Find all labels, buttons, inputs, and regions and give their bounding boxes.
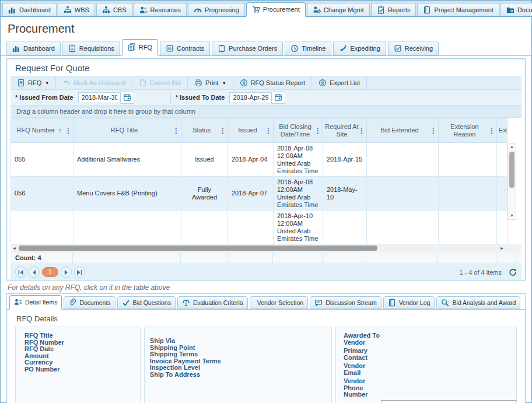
last-page-button[interactable] bbox=[74, 267, 85, 278]
cell-ext bbox=[497, 143, 508, 177]
proc-tab-purchase-orders[interactable]: Purchase Orders bbox=[212, 41, 283, 55]
column-label: Issued bbox=[238, 127, 257, 134]
rfq-button[interactable]: RFQ▼ bbox=[10, 76, 56, 89]
scroll-down-icon[interactable]: ▼ bbox=[510, 212, 514, 219]
export-list-button[interactable]: Export List bbox=[312, 76, 367, 89]
field-rfq-date-label: RFQ Date bbox=[24, 346, 140, 353]
column-header-extension-reason[interactable]: Extension Reason⋮ bbox=[439, 118, 497, 143]
column-menu-icon[interactable]: ⋮ bbox=[219, 128, 226, 134]
top-tab-progressing[interactable]: Progressing bbox=[188, 3, 245, 16]
field-ship-via-label: Ship Via bbox=[150, 338, 331, 345]
count-cell bbox=[366, 252, 438, 264]
print-button[interactable]: Print▼ bbox=[188, 76, 233, 89]
button-label: Export List bbox=[330, 79, 360, 86]
column-header-rfq-number[interactable]: RFQ Number↑⋮ bbox=[11, 118, 74, 143]
count-cell bbox=[323, 252, 366, 264]
top-tab-reports[interactable]: Reports bbox=[371, 3, 416, 16]
folder-icon bbox=[506, 6, 514, 14]
rfq-details-column-1: RFQ TitleRFQ NumberRFQ DateAmountCurrenc… bbox=[15, 327, 141, 403]
top-tab-dashboard[interactable]: Dashboard bbox=[2, 3, 57, 16]
rfq-row-3[interactable]: 2018-Apr-10 12:00AM United Arab Emirates… bbox=[11, 211, 508, 244]
field-currency-label: Currency bbox=[24, 359, 140, 366]
column-header-status[interactable]: Status⋮ bbox=[181, 118, 228, 143]
group-by-hint[interactable]: Drag a column header and drop it here to… bbox=[10, 106, 522, 118]
column-menu-icon[interactable]: ⋮ bbox=[173, 128, 180, 134]
proc-tab-expediting[interactable]: Expediting bbox=[333, 41, 386, 55]
mark-as-unissued-button: Mark As Unissued bbox=[56, 76, 132, 89]
proc-tab-timeline[interactable]: Timeline bbox=[285, 41, 331, 55]
column-header-issued[interactable]: Issued⋮ bbox=[228, 118, 274, 143]
scroll-left-icon[interactable]: ◄ bbox=[12, 244, 16, 252]
column-menu-icon[interactable]: ⋮ bbox=[430, 128, 437, 134]
top-tab-procurement[interactable]: Procurement bbox=[246, 2, 306, 17]
details-tab-evaluation-criteria[interactable]: Evaluation Criteria bbox=[177, 296, 248, 309]
issued-from-calendar-button[interactable] bbox=[120, 92, 134, 104]
details-tab-detail-items[interactable]: Detail Items bbox=[9, 295, 62, 310]
column-menu-icon[interactable]: ⋮ bbox=[488, 128, 495, 134]
undo-icon bbox=[62, 79, 71, 87]
issued-to-calendar-button[interactable] bbox=[271, 92, 285, 104]
count-cell bbox=[73, 252, 181, 264]
current-page-badge[interactable]: 1 bbox=[42, 267, 58, 277]
proc-tab-contracts[interactable]: Contracts bbox=[160, 41, 210, 55]
book-icon bbox=[388, 299, 396, 307]
vertical-scrollbar[interactable]: ▲ ▼ bbox=[508, 143, 516, 220]
next-page-button[interactable] bbox=[61, 267, 72, 278]
issued-to-input[interactable] bbox=[229, 92, 271, 103]
top-tab-documents[interactable]: Documents bbox=[501, 3, 532, 16]
column-header-rfq-title[interactable]: RFQ Title⋮ bbox=[74, 118, 181, 143]
check-icon bbox=[122, 299, 130, 307]
details-tab-discussion-stream[interactable]: Discussion Stream bbox=[310, 296, 382, 309]
tab-label: Purchase Orders bbox=[229, 45, 277, 52]
cell-ext bbox=[497, 211, 508, 244]
rfq-row-055[interactable]: 055Additional SmallwaresIssued2018-Apr-0… bbox=[11, 143, 508, 177]
field-awarded-to-vendor-label: Awarded To Vendor bbox=[344, 332, 381, 346]
proc-tab-receiving[interactable]: Receiving bbox=[388, 41, 439, 55]
scroll-up-icon[interactable]: ▲ bbox=[510, 143, 514, 150]
top-tab-cbs[interactable]: CBS bbox=[96, 3, 132, 16]
column-menu-icon[interactable]: ⋮ bbox=[265, 128, 272, 134]
details-tab-bid-questions[interactable]: Bid Questions bbox=[117, 296, 176, 309]
rfq-status-report-button[interactable]: RFQ Status Report bbox=[233, 76, 313, 89]
proc-tab-dashboard[interactable]: Dashboard bbox=[6, 41, 61, 55]
tab-label: Dashboard bbox=[19, 6, 51, 13]
details-tab-vendor-log[interactable]: Vendor Log bbox=[383, 296, 435, 309]
proc-tab-requisitions[interactable]: Requisitions bbox=[62, 41, 120, 55]
cell-status bbox=[181, 211, 228, 244]
buyer-comments-textarea[interactable] bbox=[381, 400, 516, 403]
first-page-button[interactable] bbox=[15, 267, 26, 278]
horizontal-scroll-thumb[interactable] bbox=[19, 246, 377, 251]
details-tab-bid-analysis-and-award[interactable]: Bid Analysis and Award bbox=[436, 296, 520, 309]
top-tab-wbs[interactable]: WBS bbox=[58, 3, 95, 16]
issued-from-input[interactable] bbox=[78, 92, 120, 103]
tab-label: Bid Analysis and Award bbox=[452, 299, 516, 306]
person-list-icon bbox=[14, 298, 22, 306]
count-cell bbox=[228, 252, 273, 264]
rfq-panel-heading: Request For Quote bbox=[7, 59, 525, 76]
column-header-bid-closing-date-time[interactable]: Bid Closing Date/Time⋮ bbox=[274, 118, 323, 143]
details-tab-documents[interactable]: Documents bbox=[64, 296, 115, 309]
column-header-bid-extended[interactable]: Bid Extended⋮ bbox=[367, 118, 439, 143]
column-label: RFQ Title bbox=[111, 127, 138, 134]
column-menu-icon[interactable]: ⋮ bbox=[358, 128, 365, 134]
refresh-icon[interactable] bbox=[509, 268, 517, 276]
column-header-ext[interactable]: Ext bbox=[497, 118, 508, 143]
previous-page-button[interactable] bbox=[29, 267, 40, 278]
horizontal-scrollbar[interactable]: ◄ ► bbox=[10, 244, 522, 252]
column-header-required-at-site[interactable]: Required At Site⋮ bbox=[323, 118, 367, 143]
tab-label: Bid Questions bbox=[133, 299, 171, 306]
details-tab-vendor-selection[interactable]: Vendor Selection bbox=[250, 296, 308, 309]
column-menu-icon[interactable]: ⋮ bbox=[314, 128, 321, 134]
field-po-number-label: PO Number bbox=[24, 366, 140, 373]
top-tab-change-mgmt[interactable]: Change Mgmt bbox=[307, 3, 370, 16]
top-tab-resources[interactable]: Resources bbox=[134, 3, 187, 16]
scroll-right-icon[interactable]: ► bbox=[500, 244, 504, 252]
column-menu-icon[interactable]: ⋮ bbox=[65, 128, 72, 134]
rfq-row-056[interactable]: 056Menu Covers F&B (Printing)Fully Award… bbox=[11, 177, 508, 211]
proc-tab-rfq[interactable]: RFQ bbox=[122, 39, 158, 56]
tab-label: Receiving bbox=[405, 45, 433, 52]
tab-label: Timeline bbox=[302, 45, 326, 52]
pager-bar: 1 1 - 4 of 4 items bbox=[10, 264, 522, 280]
vertical-scroll-thumb[interactable] bbox=[509, 152, 514, 188]
top-tab-project-management[interactable]: Project Management bbox=[417, 3, 499, 16]
